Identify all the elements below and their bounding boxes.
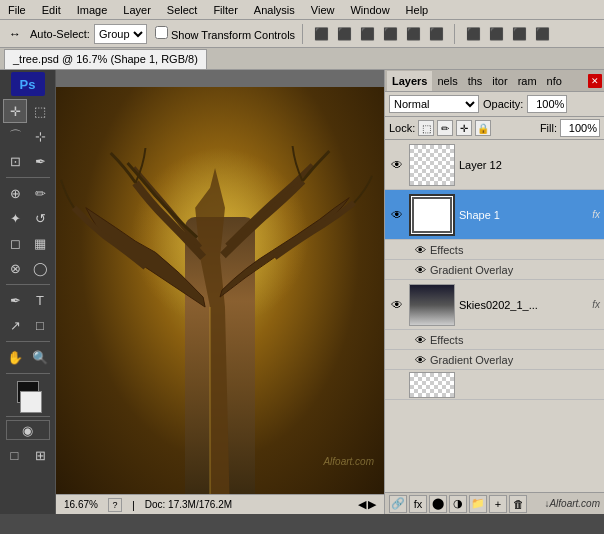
fullscreen-mode[interactable]: ⊞ xyxy=(29,443,53,467)
selection-tool[interactable]: ⬚ xyxy=(28,99,52,123)
brush-tool[interactable]: ✏ xyxy=(28,181,52,205)
doc-size: Doc: 17.3M/176.2M xyxy=(145,499,232,510)
tool-divider-5 xyxy=(6,416,50,417)
menu-analysis[interactable]: Analysis xyxy=(250,4,299,16)
layer-item-layer12[interactable]: 👁 Layer 12 xyxy=(385,140,604,190)
shape1-fx-badge[interactable]: fx xyxy=(592,209,600,220)
new-adjustment-button[interactable]: ◑ xyxy=(449,495,467,513)
tab-layers[interactable]: Layers xyxy=(387,71,432,91)
show-transform-label[interactable]: Show Transform Controls xyxy=(155,26,295,41)
text-tool[interactable]: T xyxy=(28,288,52,312)
nav-next[interactable]: ▶ xyxy=(368,498,376,511)
new-group-button[interactable]: 📁 xyxy=(469,495,487,513)
move-tool-icon[interactable]: ↔ xyxy=(4,23,26,45)
menu-layer[interactable]: Layer xyxy=(119,4,155,16)
zoom-info-button[interactable]: ? xyxy=(108,498,122,512)
layer-item-shape1[interactable]: 👁 Shape 1 fx xyxy=(385,190,604,240)
skies-gradient-eye[interactable]: 👁 xyxy=(415,354,426,366)
menu-view[interactable]: View xyxy=(307,4,339,16)
empty-thumbnail xyxy=(409,372,455,398)
align-center-icon[interactable]: ⬛ xyxy=(333,23,355,45)
shape1-effects-eye[interactable]: 👁 xyxy=(415,244,426,256)
align-right-icon[interactable]: ⬛ xyxy=(356,23,378,45)
tool-divider-3 xyxy=(6,341,50,342)
standard-mode[interactable]: □ xyxy=(3,443,27,467)
show-transform-checkbox[interactable] xyxy=(155,26,168,39)
tab-info[interactable]: nfo xyxy=(542,71,567,91)
eyedropper-tool[interactable]: ✒ xyxy=(28,149,52,173)
magic-wand-tool[interactable]: ⊹ xyxy=(28,124,52,148)
distribute-v-icon[interactable]: ⬛ xyxy=(485,23,507,45)
lock-position-icon[interactable]: ✛ xyxy=(456,120,472,136)
path-select-tool[interactable]: ↗ xyxy=(3,313,27,337)
new-layer-button[interactable]: + xyxy=(489,495,507,513)
distribute-m-icon[interactable]: ⬛ xyxy=(531,23,553,45)
fill-input[interactable] xyxy=(560,119,600,137)
menu-edit[interactable]: Edit xyxy=(38,4,65,16)
opacity-input[interactable] xyxy=(527,95,567,113)
distribute-c-icon[interactable]: ⬛ xyxy=(508,23,530,45)
healing-brush-tool[interactable]: ⊕ xyxy=(3,181,27,205)
move-tool[interactable]: ✛ xyxy=(3,99,27,123)
shape1-gradient-eye[interactable]: 👁 xyxy=(415,264,426,276)
nav-prev[interactable]: ◀ xyxy=(358,498,366,511)
lock-image-icon[interactable]: ✏ xyxy=(437,120,453,136)
dodge-tool[interactable]: ◯ xyxy=(28,256,52,280)
layers-panel-close[interactable]: ✕ xyxy=(588,74,602,88)
shape1-effects-row: 👁 Effects xyxy=(385,240,604,260)
tab-actions[interactable]: ram xyxy=(513,71,542,91)
quick-mask-mode[interactable]: ◉ xyxy=(6,420,50,440)
menu-image[interactable]: Image xyxy=(73,4,112,16)
zoom-tool[interactable]: 🔍 xyxy=(28,345,52,369)
gradient-tool[interactable]: ▦ xyxy=(28,231,52,255)
document-tab[interactable]: _tree.psd @ 16.7% (Shape 1, RGB/8) xyxy=(4,49,207,69)
menu-file[interactable]: File xyxy=(4,4,30,16)
skies-visibility-eye[interactable]: 👁 xyxy=(389,297,405,313)
menu-select[interactable]: Select xyxy=(163,4,202,16)
menu-filter[interactable]: Filter xyxy=(209,4,241,16)
align-left-icon[interactable]: ⬛ xyxy=(310,23,332,45)
layers-footer: 🔗 fx ⬤ ◑ 📁 + 🗑 ↓Alfoart.com xyxy=(385,492,604,514)
align-top-icon[interactable]: ⬛ xyxy=(379,23,401,45)
distribute-tools: ⬛ ⬛ ⬛ ⬛ xyxy=(462,23,553,45)
distribute-h-icon[interactable]: ⬛ xyxy=(462,23,484,45)
tab-history[interactable]: itor xyxy=(487,71,512,91)
skies-fx-badge[interactable]: fx xyxy=(592,299,600,310)
zoom-level: 16.67% xyxy=(64,499,98,510)
delete-layer-button[interactable]: 🗑 xyxy=(509,495,527,513)
layer-item-skies[interactable]: 👁 Skies0202_1_... fx xyxy=(385,280,604,330)
eraser-tool[interactable]: ◻ xyxy=(3,231,27,255)
align-bottom-icon[interactable]: ⬛ xyxy=(425,23,447,45)
layer-item-empty[interactable] xyxy=(385,370,604,400)
tab-paths[interactable]: ths xyxy=(463,71,488,91)
background-color[interactable] xyxy=(20,391,42,413)
crop-tool[interactable]: ⊡ xyxy=(3,149,27,173)
history-brush-tool[interactable]: ↺ xyxy=(28,206,52,230)
auto-select-label: Auto-Select: xyxy=(30,28,90,40)
tree-image: Alfoart.com xyxy=(56,87,384,497)
add-style-button[interactable]: fx xyxy=(409,495,427,513)
empty-visibility-eye[interactable] xyxy=(389,377,405,393)
lock-all-icon[interactable]: 🔒 xyxy=(475,120,491,136)
blur-tool[interactable]: ⊗ xyxy=(3,256,27,280)
pen-tool[interactable]: ✒ xyxy=(3,288,27,312)
skies-effects-eye[interactable]: 👁 xyxy=(415,334,426,346)
hand-tool[interactable]: ✋ xyxy=(3,345,27,369)
shape-tool[interactable]: □ xyxy=(28,313,52,337)
shape1-visibility-eye[interactable]: 👁 xyxy=(389,207,405,223)
menu-window[interactable]: Window xyxy=(346,4,393,16)
layer12-visibility-eye[interactable]: 👁 xyxy=(389,157,405,173)
align-middle-icon[interactable]: ⬛ xyxy=(402,23,424,45)
blend-mode-select[interactable]: Normal Multiply Screen Overlay xyxy=(389,95,479,113)
link-layers-button[interactable]: 🔗 xyxy=(389,495,407,513)
lasso-tool[interactable]: ⌒ xyxy=(3,124,27,148)
tab-channels[interactable]: nels xyxy=(432,71,462,91)
lock-transparent-icon[interactable]: ⬚ xyxy=(418,120,434,136)
clone-stamp-tool[interactable]: ✦ xyxy=(3,206,27,230)
auto-select-dropdown[interactable]: Group Layer xyxy=(94,24,147,44)
menu-help[interactable]: Help xyxy=(402,4,433,16)
skies-effects-label: Effects xyxy=(430,334,463,346)
tool-row-8: ✒ T xyxy=(3,288,52,312)
add-mask-button[interactable]: ⬤ xyxy=(429,495,447,513)
main-area: Ps ✛ ⬚ ⌒ ⊹ ⊡ ✒ ⊕ ✏ ✦ ↺ ◻ ▦ ⊗ ◯ xyxy=(0,70,604,514)
